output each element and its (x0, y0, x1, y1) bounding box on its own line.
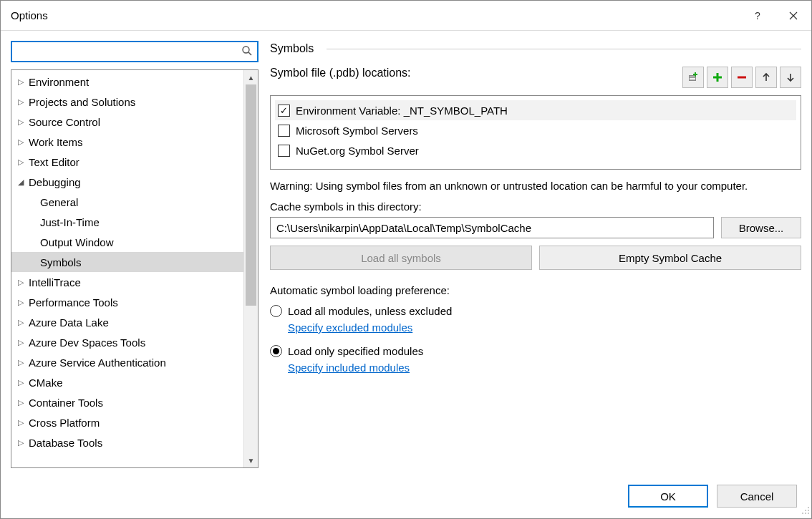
tree-item-label: Cross Platform (29, 417, 100, 429)
resize-grip-icon[interactable] (800, 505, 810, 517)
radio-load-specified[interactable]: Load only specified modules (270, 345, 801, 357)
locations-label: Symbol file (.pdb) locations: (270, 67, 411, 79)
svg-line-1 (248, 52, 251, 55)
svg-point-7 (805, 510, 806, 511)
tree-item-label: General (40, 196, 78, 208)
tree-item-label: Container Tools (29, 397, 103, 409)
ok-button[interactable]: OK (628, 485, 708, 508)
tree-item[interactable]: ▷Container Tools (11, 392, 243, 412)
caret-right-icon: ▷ (16, 398, 26, 407)
locations-list[interactable]: Environment Variable: _NT_SYMBOL_PATHMic… (270, 95, 801, 170)
radio-load-all-label: Load all modules, unless excluded (288, 305, 452, 317)
caret-right-icon: ▷ (16, 97, 26, 107)
move-up-button[interactable] (755, 67, 777, 88)
tree-item[interactable]: ▷Work Items (11, 132, 243, 152)
close-button[interactable] (775, 1, 811, 31)
scroll-up-icon[interactable]: ▲ (244, 70, 258, 84)
svg-point-9 (802, 513, 803, 514)
tree-item-label: Azure Dev Spaces Tools (29, 336, 145, 349)
cancel-button[interactable]: Cancel (717, 485, 797, 508)
caret-right-icon: ▷ (16, 418, 26, 427)
search-field[interactable] (18, 45, 241, 59)
tree-item[interactable]: ▷Azure Dev Spaces Tools (11, 332, 243, 352)
tree-item[interactable]: General (11, 192, 243, 212)
empty-cache-button[interactable]: Empty Symbol Cache (539, 246, 801, 270)
tree-item-label: Azure Data Lake (29, 316, 109, 329)
svg-point-10 (805, 513, 806, 514)
add-button[interactable] (707, 67, 728, 88)
tree-item[interactable]: Output Window (11, 232, 243, 252)
options-tree: ▷Environment▷Projects and Solutions▷Sour… (11, 69, 258, 468)
tree-item[interactable]: ▷Azure Service Authentication (11, 352, 243, 372)
caret-right-icon: ▷ (16, 298, 26, 307)
caret-right-icon: ▷ (16, 117, 26, 127)
window-title: Options (11, 9, 48, 21)
tree-item[interactable]: Symbols (11, 252, 243, 272)
tree-item-label: Database Tools (29, 437, 102, 449)
move-down-button[interactable] (780, 67, 801, 88)
radio-load-all[interactable]: Load all modules, unless excluded (270, 305, 801, 317)
location-item[interactable]: NuGet.org Symbol Server (278, 140, 793, 160)
location-label: Microsoft Symbol Servers (296, 125, 418, 137)
search-input[interactable] (11, 41, 258, 62)
tree-item-label: Work Items (29, 136, 83, 148)
location-label: NuGet.org Symbol Server (296, 145, 419, 157)
tree-item[interactable]: ▷Text Editor (11, 152, 243, 172)
pref-label: Automatic symbol loading preference: (270, 284, 801, 296)
load-all-symbols-button[interactable]: Load all symbols (270, 246, 532, 270)
tree-item-label: Environment (29, 76, 89, 88)
tree-item-label: Output Window (40, 236, 114, 248)
location-label: Environment Variable: _NT_SYMBOL_PATH (296, 105, 508, 117)
header-rule (327, 49, 801, 49)
checkbox[interactable] (278, 145, 290, 157)
tree-item[interactable]: ▷Source Control (11, 112, 243, 132)
location-item[interactable]: Environment Variable: _NT_SYMBOL_PATH (275, 100, 796, 120)
tree-item[interactable]: ▷IntelliTrace (11, 272, 243, 292)
tree-item[interactable]: ▷Projects and Solutions (11, 92, 243, 112)
tree-item-label: Just-In-Time (40, 216, 100, 228)
checkbox[interactable] (278, 125, 290, 137)
remove-button[interactable] (731, 67, 753, 88)
svg-rect-4 (690, 78, 695, 79)
tree-item[interactable]: ▷Database Tools (11, 432, 243, 452)
tree-item[interactable]: ▷Azure Data Lake (11, 312, 243, 332)
tree-item[interactable]: ◢Debugging (11, 172, 243, 192)
radio-load-specified-label: Load only specified modules (288, 345, 423, 357)
tree-item[interactable]: ▷Cross Platform (11, 412, 243, 432)
tree-item[interactable]: ▷Environment (11, 72, 243, 92)
search-icon (241, 45, 253, 59)
caret-right-icon: ▷ (16, 378, 26, 387)
caret-right-icon: ▷ (16, 338, 26, 347)
new-folder-button[interactable] (682, 67, 704, 88)
caret-right-icon: ▷ (16, 318, 26, 327)
specify-excluded-link[interactable]: Specify excluded modules (288, 321, 412, 334)
tree-item-label: Azure Service Authentication (29, 356, 166, 369)
scrollbar-thumb[interactable] (246, 84, 256, 306)
tree-item-label: Performance Tools (29, 296, 118, 309)
svg-point-0 (243, 47, 249, 53)
tree-item-label: CMake (29, 377, 63, 389)
help-button[interactable]: ? (740, 1, 775, 31)
tree-scrollbar[interactable]: ▲ ▼ (243, 70, 258, 467)
location-item[interactable]: Microsoft Symbol Servers (278, 120, 793, 140)
svg-rect-5 (690, 79, 695, 80)
cache-dir-label: Cache symbols in this directory: (270, 200, 801, 213)
caret-right-icon: ▷ (16, 278, 26, 287)
tree-item[interactable]: ▷CMake (11, 372, 243, 392)
caret-right-icon: ▷ (16, 438, 26, 447)
scroll-down-icon[interactable]: ▼ (244, 453, 258, 467)
specify-included-link[interactable]: Specify included modules (288, 362, 410, 374)
cache-dir-input[interactable] (270, 217, 714, 238)
caret-down-icon: ◢ (16, 178, 26, 187)
dialog-footer: OK Cancel (1, 474, 811, 518)
caret-right-icon: ▷ (16, 358, 26, 367)
svg-rect-3 (690, 77, 695, 77)
svg-point-11 (808, 513, 809, 514)
tree-item[interactable]: ▷Performance Tools (11, 292, 243, 312)
tree-item[interactable]: Just-In-Time (11, 212, 243, 232)
browse-button[interactable]: Browse... (721, 217, 801, 238)
svg-point-8 (808, 510, 809, 511)
tree-item-label: Projects and Solutions (29, 96, 135, 108)
checkbox[interactable] (278, 105, 290, 117)
caret-right-icon: ▷ (16, 157, 26, 167)
